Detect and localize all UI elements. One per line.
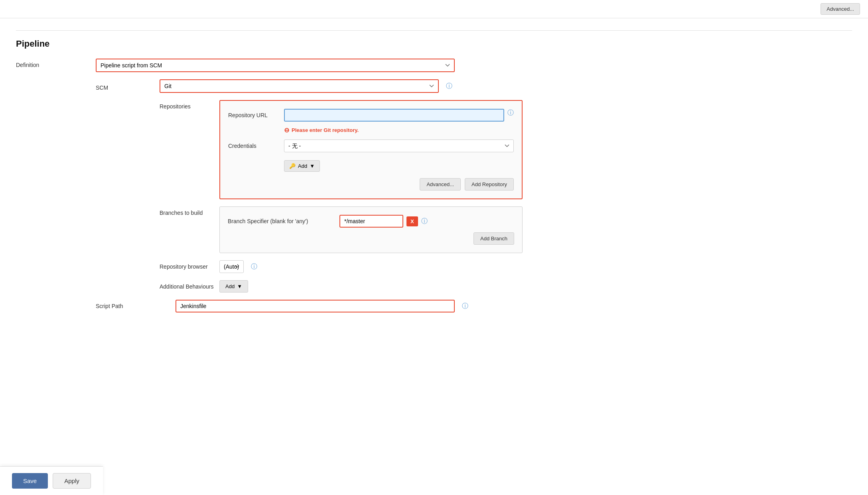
remove-branch-button[interactable]: X: [406, 216, 418, 226]
repo-url-error: ⊖ Please enter Git repository.: [284, 126, 514, 134]
repo-browser-row: Repository browser (Auto) ⓘ: [160, 260, 852, 273]
additional-behaviours-add-button[interactable]: Add ▼: [219, 280, 248, 293]
definition-select[interactable]: Pipeline script from SCM Pipeline script: [96, 59, 455, 72]
scm-select-wrap: Git None ⓘ: [160, 79, 852, 93]
repo-url-row: Repository URL ⓘ: [228, 109, 514, 122]
definition-control: Pipeline script from SCM Pipeline script: [96, 59, 852, 72]
repo-browser-help-icon[interactable]: ⓘ: [251, 263, 257, 271]
save-button[interactable]: Save: [12, 473, 48, 489]
branch-actions: Add Branch: [228, 232, 514, 245]
add-branch-button[interactable]: Add Branch: [473, 232, 514, 245]
add-dropdown-arrow-icon: ▼: [310, 163, 315, 169]
script-path-control: ⓘ: [176, 300, 852, 312]
branches-box-wrap: Branch Specifier (blank for 'any') X ⓘ A…: [219, 206, 523, 253]
credentials-label: Credentials: [228, 139, 284, 149]
branch-help-icon[interactable]: ⓘ: [421, 217, 428, 226]
top-bar: Advanced...: [0, 0, 868, 18]
branches-box: Branch Specifier (blank for 'any') X ⓘ A…: [219, 206, 523, 253]
scm-help-icon[interactable]: ⓘ: [446, 82, 452, 90]
apply-button[interactable]: Apply: [53, 473, 91, 489]
branch-specifier-input[interactable]: [339, 215, 403, 228]
script-path-input[interactable]: [176, 300, 455, 312]
error-circle-icon: ⊖: [284, 126, 289, 134]
scm-select[interactable]: Git None: [160, 79, 439, 93]
script-path-row: Script Path ⓘ: [96, 300, 852, 312]
script-path-label: Script Path: [96, 300, 176, 309]
credentials-add-button[interactable]: 🔑 Add ▼: [284, 160, 320, 172]
main-content: Pipeline Definition Pipeline script from…: [0, 18, 868, 328]
additional-behaviours-row: Additional Behaviours Add ▼: [160, 280, 852, 293]
credentials-row: Credentials - 无 -: [228, 139, 514, 152]
repo-browser-label: Repository browser: [160, 260, 219, 270]
repositories-box: Repository URL ⓘ ⊖ Please enter Git repo…: [219, 100, 523, 199]
top-advanced-button[interactable]: Advanced...: [821, 3, 860, 15]
branch-specifier-row: Branch Specifier (blank for 'any') X ⓘ: [228, 215, 514, 228]
advanced-button[interactable]: Advanced...: [420, 178, 461, 191]
repositories-label: Repositories: [160, 100, 219, 110]
credentials-select[interactable]: - 无 -: [284, 139, 514, 152]
divider: [16, 30, 852, 31]
repo-browser-select[interactable]: (Auto): [219, 260, 244, 273]
repositories-box-wrap: Repository URL ⓘ ⊖ Please enter Git repo…: [219, 100, 523, 199]
additional-behaviours-label: Additional Behaviours: [160, 280, 219, 290]
definition-row: Definition Pipeline script from SCM Pipe…: [16, 59, 852, 72]
key-icon: 🔑: [289, 163, 296, 169]
branches-label: Branches to build: [160, 206, 219, 216]
additional-behaviours-arrow-icon: ▼: [237, 283, 242, 289]
repo-url-label: Repository URL: [228, 109, 284, 118]
definition-label: Definition: [16, 59, 96, 68]
bottom-bar: Save Apply: [0, 466, 103, 495]
branch-specifier-label: Branch Specifier (blank for 'any'): [228, 218, 339, 224]
scm-row: SCM Git None ⓘ: [96, 79, 852, 93]
repositories-outer-row: Repositories Repository URL ⓘ ⊖ Please e…: [160, 100, 852, 199]
repo-browser-control: (Auto) ⓘ: [219, 260, 257, 273]
add-btn-row: 🔑 Add ▼: [284, 157, 514, 172]
page-wrapper: Advanced... Pipeline Definition Pipeline…: [0, 0, 868, 495]
repo-url-input[interactable]: [284, 109, 504, 122]
branches-outer-row: Branches to build Branch Specifier (blan…: [160, 206, 852, 253]
script-path-help-icon[interactable]: ⓘ: [462, 302, 468, 310]
repo-url-help-icon[interactable]: ⓘ: [507, 109, 514, 117]
pipeline-section-title: Pipeline: [16, 39, 852, 49]
scm-label: SCM: [96, 81, 160, 91]
add-repository-button[interactable]: Add Repository: [465, 178, 514, 191]
repo-actions: Advanced... Add Repository: [228, 178, 514, 191]
